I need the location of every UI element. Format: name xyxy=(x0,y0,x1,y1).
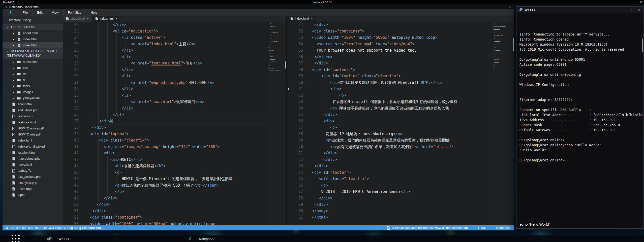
chevron-down-icon: ▾ xyxy=(7,49,9,54)
close-button[interactable]: × xyxy=(637,9,640,11)
menu-edit[interactable]: Edit xyxy=(33,9,47,16)
maximize-button[interactable] xyxy=(629,9,631,11)
file-item-news-html[interactable]: news.html xyxy=(3,162,63,168)
close-tab-icon[interactable]: ✖ xyxy=(116,17,118,20)
taskbar: WsTTYNotepadA xyxy=(0,235,644,242)
close-editor-icon[interactable]: ✖ xyxy=(12,44,15,47)
close-button[interactable]: × xyxy=(508,6,511,8)
menu-help[interactable]: Help xyxy=(86,9,102,16)
file-item-add-vhost-php[interactable]: add_vhost.php xyxy=(3,107,63,113)
code-line: <li> xyxy=(88,92,286,99)
archive-icon xyxy=(12,169,15,172)
code-line: <video width="100%" height="500px" autop… xyxy=(88,221,286,226)
tree-root-header[interactable]: ▾ USER:/DESKTOP/SCREENSHOT /TEST/WWW CLE… xyxy=(3,48,63,59)
file-item-index-php-disabled[interactable]: index.php_disabled xyxy=(3,144,63,150)
code-line: <ul id="navigation"> xyxy=(88,28,286,35)
taskbar-item-wstty[interactable]: WsTTY xyxy=(47,236,69,241)
terminal-line: [info] Connection opened xyxy=(519,37,640,42)
editor-tab-index.html[interactable]: index.html✖ xyxy=(287,16,316,22)
open-editor-item[interactable]: ✖about.html xyxy=(3,30,63,36)
menu-view[interactable]: View xyxy=(47,9,64,16)
fold-marker-icon[interactable] xyxy=(288,88,290,90)
terminal-line: D:\golang\aroz online> xyxy=(519,158,640,163)
open-editors-section[interactable]: ▾ OPEN EDITORS xyxy=(3,24,63,30)
open-editor-item[interactable]: ✖index.html xyxy=(3,36,63,42)
chevron-down-icon: ▾ xyxy=(7,26,9,29)
folder-item-autostation[interactable]: ▸autostation xyxy=(3,59,63,65)
terminal-line: D:\golang\aroz online> xyxy=(519,137,640,143)
code-area[interactable]: </div><div class="container"><video widt… xyxy=(310,22,514,225)
terminal-input[interactable]: echo "Hello World" xyxy=(516,220,643,228)
sidebar-header: Directory Listing xyxy=(3,16,63,24)
notepada-logo-icon[interactable] xyxy=(3,9,18,16)
file-item-favicon-ico[interactable]: favicon.ico xyxy=(3,113,63,119)
file-item-teabag-7z[interactable]: teabag.7z xyxy=(3,168,63,174)
wstty-titlebar[interactable]: WsTTY × xyxy=(516,7,643,13)
folder-item-yamiyamimi[interactable]: ▸yamiyamimi xyxy=(3,95,63,101)
code-line: <p>如有問題或需要申請白名單，歡迎加入我們的 <a href="https:/… xyxy=(312,144,514,150)
code-line: 伺服器 IP 地址為： mcs.hkwtc.org</p> xyxy=(312,131,514,137)
terminal-scrollbar[interactable] xyxy=(642,39,643,52)
file-item-x-php[interactable]: x.php xyxy=(3,192,63,198)
system-top-bar: My ArOZ January 9 16:31 ≡ xyxy=(0,0,644,4)
system-menu-my-aroz[interactable]: My ArOZ xyxy=(3,1,14,4)
folder-item-dl[interactable]: ▸dl xyxy=(3,77,63,83)
file-tree: ▸autostation▸css▸dc▸dl▸fonts▸images▸yami… xyxy=(3,59,63,198)
file-item-hkwtc-rule-pdf[interactable]: HKWTC rule.pdf xyxy=(3,131,63,137)
open-editor-item[interactable]: ✖index.html xyxy=(3,42,63,48)
close-tab-icon[interactable]: ✖ xyxy=(311,17,313,20)
close-editor-icon[interactable]: ✖ xyxy=(12,32,15,35)
file-item-mapredirect-php[interactable]: mapredirect.php xyxy=(3,156,63,162)
terminal-line xyxy=(519,87,640,92)
terminal-output[interactable]: [info] Conencting to arozos WsTTY servic… xyxy=(516,13,643,220)
file-item-location-html[interactable]: location.html xyxy=(3,150,63,156)
code-line: <div> xyxy=(312,118,514,125)
file-item-trailer-mp4[interactable]: trailer.mp4 xyxy=(3,186,63,192)
menu-file[interactable]: File xyxy=(18,9,33,16)
code-icon xyxy=(12,109,15,112)
apps-grid-icon[interactable] xyxy=(12,235,20,242)
video-icon xyxy=(12,187,15,191)
notepada-titlebar[interactable]: NotepadA - index.html × xyxy=(3,5,514,9)
minimap[interactable] xyxy=(492,22,514,225)
status-file-path[interactable]: user:/Desktop/screenshot/test/www cleane… xyxy=(387,226,469,230)
file-item-features-html[interactable]: features.html xyxy=(3,119,63,125)
taskbar-item-notepada[interactable]: NotepadA xyxy=(187,236,213,241)
folder-item-fonts[interactable]: ▸fonts xyxy=(3,83,63,89)
code-area[interactable]: </div><ul id="navigation"><li class="act… xyxy=(86,22,286,225)
hamburger-icon[interactable]: ≡ xyxy=(640,0,642,4)
scrollbar-thumb[interactable] xyxy=(513,38,514,51)
status-timestamp: Sat Jan 09 2021 16:29:49 GMT+0800 (Hong … xyxy=(11,226,104,230)
close-tab-icon[interactable]: ✖ xyxy=(87,17,89,20)
file-item-hkwtc-notice-pdf[interactable]: HKWTC notice.pdf xyxy=(3,125,63,131)
folder-item-css[interactable]: ▸css xyxy=(3,65,63,71)
minimize-button[interactable] xyxy=(621,10,623,10)
terminal-line: IPv4 Address. . . . . . . . . . . : 192.… xyxy=(519,117,640,122)
code-line: </div> xyxy=(88,124,286,131)
file-item-about-html[interactable]: about.html xyxy=(3,101,63,107)
scrollbar-thumb[interactable] xyxy=(285,61,286,68)
close-editor-icon[interactable]: ✖ xyxy=(12,38,15,41)
editor-tab-index.html[interactable]: index.html✖ xyxy=(92,16,121,22)
code-line: <a href="mapredirect.php">網上地圖</a> xyxy=(88,80,286,86)
file-item-test-sockets-php[interactable]: test_sockets.php xyxy=(3,174,63,180)
code-line: </div> xyxy=(312,201,514,208)
menu-font-size[interactable]: Font Size xyxy=(64,9,86,16)
file-item-index-html[interactable]: index.html xyxy=(3,137,63,144)
minimap[interactable] xyxy=(267,22,286,225)
folder-item-dc[interactable]: ▸dc xyxy=(3,71,63,77)
tree-root-label: USER:/DESKTOP/SCREENSHOT xyxy=(11,49,57,54)
code-line: <a href="index.html">主頁</a> xyxy=(88,41,286,48)
terminal-line xyxy=(519,77,640,82)
editor-tab-about.html[interactable]: about.html✖ xyxy=(63,16,92,22)
status-language[interactable]: HTML xyxy=(478,226,486,230)
taskbar-items: WsTTYNotepadA xyxy=(20,236,213,241)
terminal-line: Windows IP Configuration xyxy=(519,82,640,87)
maximize-button[interactable] xyxy=(500,6,502,8)
file-item-testmysql-php[interactable]: testmysql.php xyxy=(3,180,63,186)
folder-item-images[interactable]: ▸images xyxy=(3,89,63,95)
terminal-line: (c) 2019 Microsoft Corporation. All righ… xyxy=(519,47,640,52)
minimize-button[interactable] xyxy=(492,7,494,7)
code-line: <li class="active"> xyxy=(88,34,286,41)
window-title: WsTTY xyxy=(525,8,536,12)
